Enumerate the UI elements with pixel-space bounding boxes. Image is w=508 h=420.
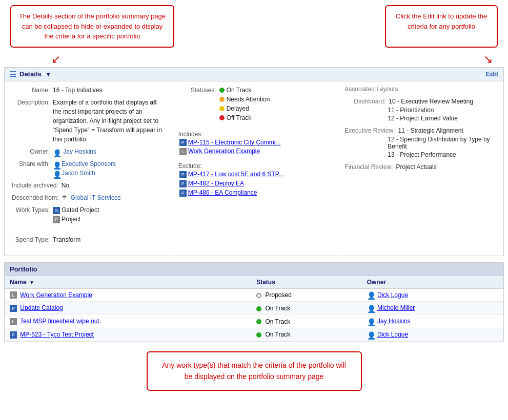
description-row: Description: Example of a portfolio that… [12,98,164,144]
exclude-link-3[interactable]: MP-486 - EA Compliance [188,189,257,196]
row2-status: On Track [251,302,362,315]
right-callout-box: Click the Edit link to update the criter… [385,5,498,48]
work-types-value: GGated Project PProject [53,205,164,224]
exclude-link-2[interactable]: MP-482 - Deploy EA [188,180,244,187]
share-link-2[interactable]: Jacob Smith [62,170,95,177]
exclude-proj-icon-1: P [179,171,187,178]
row4-owner-link[interactable]: Dick Logue [377,331,408,338]
descended-label: Descended from: [12,193,62,203]
row3-owner-link[interactable]: Jay Hoskins [377,318,411,325]
name-value: 16 - Top Initiatives [53,86,164,95]
right-callout-text: Click the Edit link to update the criter… [396,12,487,30]
owner-row: Owner: 👤 Jay Hoskins [12,147,164,156]
work-type-1: Gated Project [62,206,99,214]
details-section: ☷ Details ▼ Edit Name: 16 - Top Initiati… [4,67,504,256]
row4-owner-icon: 👤 [367,331,374,339]
arrow-row: ↙ ↘ [0,53,508,67]
table-row: L Work Generation Example Proposed 👤 Dic… [5,288,503,302]
row2-owner: 👤 Michele Miller [362,302,503,315]
row2-name: P Update Catalog [5,302,251,315]
status-on-track: On Track [227,87,252,94]
off-track-dot [219,115,225,120]
row3-name-link[interactable]: Test MSP timesheet wipe out. [20,318,101,325]
portfolio-table-header: Portfolio [5,263,503,276]
exclude-proj-icon-2: P [179,180,187,187]
share-link-1[interactable]: Executive Sponsors [62,160,116,167]
spend-type-row: Spend Type: Transform [12,235,164,244]
excludes-label: Exclude: [178,162,209,170]
work-types-label: Work Types: [12,205,53,224]
details-col-right: Associated Layouts Dashboard: 10 - Execu… [337,86,503,251]
include-list-icon-1: L [179,148,187,155]
row3-name-icon: L [10,318,17,325]
row4-status-dot [256,332,261,338]
financial-row: Financial Review: Project Actuals [344,163,496,171]
excludes-section: Exclude: PMP-417 - Low cost 5E and 6 STP… [178,162,330,196]
row4-name-link[interactable]: MP-523 - Tyco Test Project [20,331,94,338]
details-col-mid: Statuses: On Track Needs Attention Delay… [171,86,338,251]
status-delayed: Delayed [227,105,249,112]
umbrella-icon: ☂ [62,193,67,202]
row2-owner-link[interactable]: Michele Miller [377,304,415,311]
col-name: Name ▼ [5,276,251,289]
delayed-dot [219,106,225,111]
table-row: L Test MSP timesheet wipe out. On Track … [5,315,503,328]
row1-owner-link[interactable]: Dick Logue [377,291,408,299]
spend-type-label: Spend Type: [12,235,53,244]
dashboard-label: Dashboard: [344,98,385,105]
details-chevron: ▼ [46,71,51,77]
share-person-icon-1: 👤 [53,160,60,167]
row2-status-dot [256,306,261,311]
row4-status: On Track [251,328,362,341]
row3-status: On Track [251,315,362,328]
row1-owner-icon: 👤 [367,291,374,299]
bottom-callout-box: Any work type(s) that match the criteria… [147,351,362,391]
include-link-1[interactable]: MP-115 - Electronic City Commi... [188,139,281,146]
work-type-2: Project [62,216,80,223]
includes-label: Includes: [178,131,209,138]
details-col-left: Name: 16 - Top Initiatives Description: … [5,86,171,251]
owner-link[interactable]: Jay Hoskins [63,148,96,155]
details-header-left: ☷ Details ▼ [10,70,51,78]
work-types-row: Work Types: GGated Project PProject [12,205,164,224]
name-label: Name: [12,86,53,95]
edit-link[interactable]: Edit [485,70,498,78]
descended-value: ☂ Global IT Services [62,193,163,203]
row1-name-link[interactable]: Work Generation Example [20,291,92,299]
row2-name-link[interactable]: Update Catalog [20,304,63,311]
executive-item-2: 12 - Spending Distribution by Type by Be… [388,136,496,150]
needs-attention-dot [219,97,225,102]
include-proj-icon-1: P [179,139,187,146]
callout-row: The Details section of the portfolio sum… [0,0,508,53]
share-value: 👤Executive Sponsors 👤Jacob Smith [53,159,164,178]
owner-value: 👤 Jay Hoskins [53,147,164,156]
executive-row: Executive Review: 11 - Strategic Alignme… [344,127,496,134]
row4-name-icon: P [10,331,17,339]
executive-item-1: 11 - Strategic Alignment [398,127,463,134]
includes-section: Includes: PMP-115 - Electronic City Comm… [178,131,330,156]
associated-layouts-label: Associated Layouts [344,86,496,93]
include-link-2[interactable]: Work Generation Example [188,148,260,155]
row4-name: P MP-523 - Tyco Test Project [5,328,251,341]
status-off-track: Off Track [227,114,251,121]
dashboard-item-2: 11 - Prioritization [388,107,496,114]
portfolio-section: Portfolio Name ▼ Status Owner L Work Gen… [4,262,504,342]
right-arrow-icon: ↘ [483,53,493,66]
details-header: ☷ Details ▼ Edit [5,68,503,81]
row3-owner: 👤 Jay Hoskins [362,315,503,328]
descended-link[interactable]: Global IT Services [71,194,121,201]
row1-status: Proposed [251,288,362,302]
exclude-proj-icon-3: P [179,190,187,197]
row3-name: L Test MSP timesheet wipe out. [5,315,251,328]
details-header-label: Details [19,70,42,78]
financial-item-1: Project Actuals [396,163,436,171]
include-archived-row: Include archived: No [12,181,164,190]
status-needs-attention: Needs Attention [227,96,270,103]
row3-status-dot [256,319,261,324]
exclude-link-1[interactable]: MP-417 - Low cost 5E and 6 STP... [188,171,284,178]
owner-person-icon: 👤 [53,148,60,155]
left-callout-box: The Details section of the portfolio sum… [10,5,174,48]
col-status: Status [251,276,362,289]
left-callout-text: The Details section of the portfolio sum… [19,12,166,40]
share-person-icon-2: 👤 [53,170,60,177]
